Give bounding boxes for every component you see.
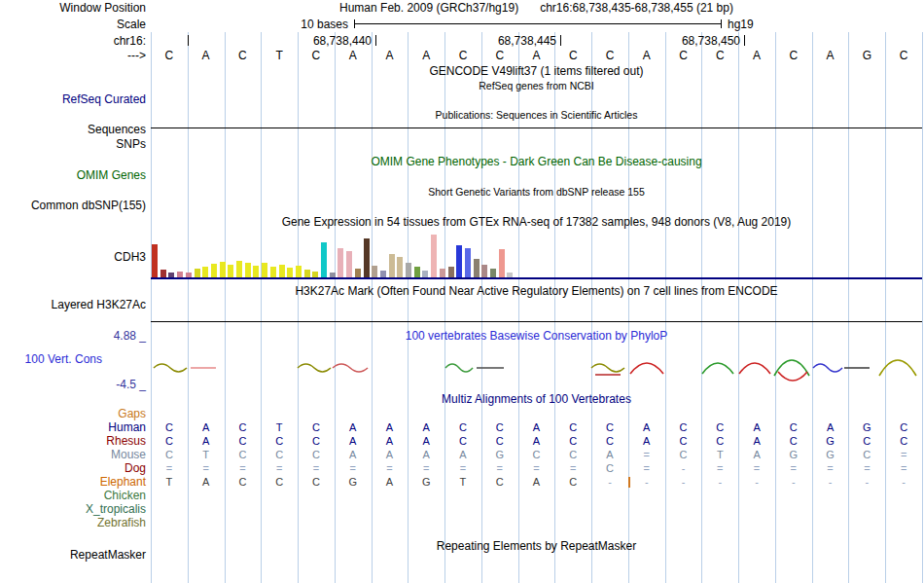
phylop-title: 100 vertebrates Basewise Conservation by… bbox=[151, 330, 922, 343]
genome-version-label: hg19 bbox=[728, 18, 754, 31]
gtex-expression-bar bbox=[338, 248, 343, 277]
gtex-expression-bar bbox=[380, 271, 386, 277]
multiz-row-label-chicken[interactable]: Chicken bbox=[0, 490, 146, 502]
alignment-base: C bbox=[261, 449, 298, 461]
alignment-base: A bbox=[591, 449, 628, 461]
track-label-cons-track-name[interactable]: 100 Vert. Cons bbox=[0, 353, 102, 366]
alignment-base: C bbox=[225, 476, 262, 489]
gtex-expression-bar bbox=[465, 248, 471, 277]
alignment-base: C bbox=[444, 421, 481, 434]
alignment-base: C bbox=[481, 421, 518, 434]
ruler-tick-label: 68,738,445 bbox=[471, 35, 556, 47]
reference-base: C bbox=[775, 50, 812, 62]
alignment-base: G bbox=[812, 435, 849, 448]
alignment-base: T bbox=[701, 449, 738, 461]
alignment-base: C bbox=[225, 435, 262, 448]
alignment-base: A bbox=[518, 421, 555, 434]
gtex-expression-bar bbox=[177, 272, 183, 277]
alignment-base: C bbox=[554, 435, 591, 448]
track-label-gene-cdh3[interactable]: CDH3 bbox=[0, 251, 146, 264]
conservation-mark bbox=[630, 363, 663, 374]
alignment-base: C bbox=[225, 449, 262, 461]
alignment-base: A bbox=[408, 435, 444, 448]
alignment-base: C bbox=[481, 476, 518, 489]
alignment-base: - bbox=[775, 476, 812, 489]
base-position-guideline bbox=[922, 32, 923, 583]
alignment-base: = bbox=[261, 462, 298, 475]
reference-base: C bbox=[444, 50, 481, 62]
reference-base: A bbox=[335, 50, 372, 62]
gtex-expression-bar bbox=[279, 265, 285, 277]
alignment-base: A bbox=[372, 421, 409, 434]
alignment-base: C bbox=[665, 435, 702, 448]
reference-base: A bbox=[408, 50, 444, 62]
conservation-mark bbox=[702, 363, 733, 374]
alignment-base: = bbox=[885, 462, 922, 475]
track-label-omim-genes[interactable]: OMIM Genes bbox=[0, 169, 146, 182]
repeatmasker-title: Repeating Elements by RepeatMasker bbox=[151, 540, 922, 553]
gtex-expression-bar bbox=[490, 269, 496, 277]
alignment-base: - bbox=[738, 476, 775, 489]
track-label-common-dbsnp[interactable]: Common dbSNP(155) bbox=[0, 200, 146, 212]
alignment-base: A bbox=[188, 435, 225, 448]
track-label-layered-h3k27ac[interactable]: Layered H3K27Ac bbox=[0, 299, 146, 311]
multiz-row-label-mouse[interactable]: Mouse bbox=[0, 449, 146, 461]
multiz-row-label-elephant[interactable]: Elephant bbox=[0, 476, 146, 489]
conservation-mark bbox=[813, 364, 842, 372]
gtex-expression-bar bbox=[440, 269, 445, 277]
multiz-row-label-gaps[interactable]: Gaps bbox=[0, 408, 146, 420]
track-separator-line bbox=[151, 321, 922, 322]
gtex-expression-bar bbox=[481, 265, 487, 277]
alignment-base: A bbox=[518, 476, 555, 489]
multiz-row-label-dog[interactable]: Dog bbox=[0, 462, 146, 475]
gtex-expression-bar bbox=[406, 263, 411, 277]
reference-base: A bbox=[812, 50, 849, 62]
alignment-base: = bbox=[775, 462, 812, 475]
alignment-base: = bbox=[372, 462, 409, 475]
alignment-base: A bbox=[188, 421, 225, 434]
gtex-expression-bar bbox=[236, 261, 242, 277]
conservation-mark bbox=[879, 360, 916, 376]
ruler-tick bbox=[744, 35, 745, 46]
alignment-base: - bbox=[591, 476, 628, 489]
multiz-row-label-zebrafish[interactable]: Zebrafish bbox=[0, 517, 146, 529]
conservation-mark bbox=[154, 364, 187, 372]
gencode-title: GENCODE V49lift37 (1 items filtered out) bbox=[151, 65, 922, 78]
alignment-base: C bbox=[444, 435, 481, 448]
gtex-expression-bar bbox=[220, 262, 226, 277]
gtex-expression-bar bbox=[304, 270, 310, 277]
alignment-base: A bbox=[444, 449, 481, 461]
track-label-repeatmasker[interactable]: RepeatMasker bbox=[0, 549, 146, 562]
alignment-base: C bbox=[848, 435, 885, 448]
gtex-expression-bar bbox=[228, 265, 233, 277]
scale-bar-line bbox=[355, 23, 721, 24]
multiz-row-label-rhesus[interactable]: Rhesus bbox=[0, 435, 146, 448]
gtex-expression-bar bbox=[312, 272, 318, 277]
gtex-expression-bar bbox=[262, 263, 267, 277]
gtex-expression-bar bbox=[160, 270, 166, 277]
track-label-snps[interactable]: SNPs bbox=[0, 138, 146, 151]
gtex-expression-bar bbox=[253, 266, 259, 277]
alignment-base: A bbox=[738, 435, 775, 448]
alignment-base: C bbox=[298, 476, 335, 489]
track-label-cons-axis-min: -4.5 _ bbox=[0, 379, 146, 391]
alignment-base: G bbox=[408, 476, 444, 489]
alignment-base: A bbox=[335, 435, 372, 448]
gtex-expression-bar bbox=[186, 273, 192, 277]
track-label-sequences[interactable]: Sequences bbox=[0, 124, 146, 136]
multiz-title: Multiz Alignments of 100 Vertebrates bbox=[151, 393, 922, 406]
conservation-mark bbox=[739, 363, 770, 374]
gtex-expression-bar bbox=[245, 263, 251, 277]
alignment-base: = bbox=[628, 462, 665, 475]
multiz-row-label-human[interactable]: Human bbox=[0, 421, 146, 434]
alignment-base: A bbox=[518, 435, 555, 448]
ruler-tick-label: 68,738,440 bbox=[286, 35, 372, 47]
track-label-cons-axis-max: 4.88 _ bbox=[0, 330, 146, 343]
reference-base: C bbox=[298, 50, 335, 62]
alignment-base: C bbox=[701, 421, 738, 434]
reference-base: C bbox=[554, 50, 591, 62]
multiz-row-label-x-tropicalis[interactable]: X_tropicalis bbox=[0, 503, 146, 516]
alignment-base: A bbox=[738, 449, 775, 461]
refseq-source-title: RefSeq genes from NCBI bbox=[151, 80, 922, 92]
track-label-refseq-curated[interactable]: RefSeq Curated bbox=[0, 93, 146, 106]
